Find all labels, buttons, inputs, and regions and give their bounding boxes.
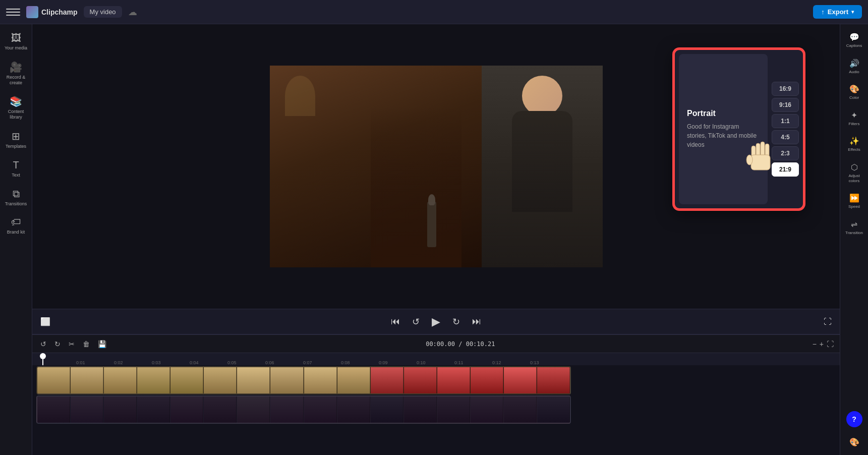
timeline-tracks	[32, 365, 840, 455]
expand-button[interactable]: ⛶	[827, 340, 834, 348]
right-panel-item-captions[interactable]: 💬 Captions	[842, 28, 866, 52]
sidebar-item-your-media[interactable]: 🖼 Your media	[2, 28, 30, 55]
speed-icon: ⏩	[849, 193, 859, 203]
aspect-9-16-button[interactable]: 9:16	[772, 98, 799, 112]
ruler-mark-3: 0:03	[152, 360, 161, 365]
main-video-clip	[270, 66, 482, 267]
adjust-colors-icon: ⬡	[851, 162, 858, 172]
export-button[interactable]: ↑ Export ▾	[813, 5, 862, 19]
right-panel-item-speed[interactable]: ⏩ Speed	[842, 189, 866, 213]
aspect-4-5-button[interactable]: 4:5	[772, 130, 799, 144]
timeline-time: 00:00.00 / 00:10.21	[112, 340, 808, 348]
logo-icon	[26, 6, 38, 18]
app-logo: Clipchamp	[26, 6, 78, 18]
fullscreen-button[interactable]: ⛶	[824, 317, 832, 326]
app-name: Clipchamp	[41, 8, 78, 16]
ruler-mark-7: 0:07	[303, 360, 312, 365]
aspect-tooltip: Portrait Good for Instagram stories, Tik…	[679, 54, 768, 204]
right-panel-item-color[interactable]: 🎨 Color	[842, 80, 866, 104]
save-button[interactable]: 💾	[96, 339, 108, 349]
ruler-mark-4: 0:04	[190, 360, 199, 365]
timeline-ruler: 0:01 0:02 0:03 0:04 0:05 0:06 0:07 0:08 …	[32, 353, 840, 365]
color-icon: 🎨	[849, 84, 859, 94]
current-time: 00:00.00	[426, 340, 455, 348]
sidebar-item-transitions[interactable]: ⧉ Transitions	[2, 184, 30, 211]
sidebar-item-record-create[interactable]: 🎥 Record &create	[2, 57, 30, 90]
color-label: Color	[849, 95, 859, 100]
export-chevron-icon: ▾	[851, 9, 854, 15]
ruler-mark-9: 0:09	[379, 360, 388, 365]
ruler-marks: 0:01 0:02 0:03 0:04 0:05 0:06 0:07 0:08 …	[38, 353, 834, 365]
rewind-button[interactable]: ↺	[410, 314, 422, 329]
zoom-out-button[interactable]: −	[813, 340, 817, 348]
transitions-label: Transitions	[5, 201, 27, 207]
effects-label: Effects	[848, 147, 860, 152]
redo-button[interactable]: ↻	[52, 339, 63, 349]
center-area: Portrait Good for Instagram stories, Tik…	[32, 24, 840, 455]
video-track-2	[36, 395, 840, 424]
preview-canvas[interactable]	[270, 66, 603, 267]
pip-video-clip	[482, 66, 603, 267]
playhead-dot	[40, 353, 46, 359]
aspect-16-9-button[interactable]: 16:9	[772, 82, 799, 96]
right-panel-item-adjust-colors[interactable]: ⬡ Adjustcolors	[842, 158, 866, 187]
skip-forward-button[interactable]: ⏭	[470, 314, 483, 329]
video-clip-1[interactable]	[36, 366, 571, 394]
record-label: Record &create	[7, 75, 26, 86]
sidebar-item-templates[interactable]: ⊞ Templates	[2, 126, 30, 153]
delete-button[interactable]: 🗑	[81, 339, 92, 349]
ruler-mark-11: 0:11	[454, 360, 464, 365]
hamburger-menu[interactable]	[6, 5, 20, 19]
aspect-options: 16:9 9:16 1:1 4:5 2:3 21:9	[772, 54, 799, 204]
transition-label: Transition	[845, 231, 863, 236]
audio-icon: 🔊	[849, 59, 859, 68]
sidebar-item-text[interactable]: T Text	[2, 155, 30, 182]
record-icon: 🎥	[10, 61, 22, 73]
effects-icon: ✨	[849, 136, 859, 146]
help-section: ?	[846, 411, 862, 431]
help-button[interactable]: ?	[846, 411, 862, 427]
sidebar-item-content-library[interactable]: 📚 Contentlibrary	[2, 91, 30, 124]
cut-button[interactable]: ✂	[67, 339, 77, 349]
timeline-toolbar: ↺ ↻ ✂ 🗑 💾 00:00.00 / 00:10.21 − + ⛶	[32, 335, 840, 353]
your-media-icon: 🖼	[11, 32, 21, 44]
main-layout: 🖼 Your media 🎥 Record &create 📚 Contentl…	[0, 24, 868, 455]
templates-icon: ⊞	[12, 130, 20, 142]
ruler-mark-10: 0:10	[417, 360, 426, 365]
right-panel-item-color2[interactable]: 🎨	[842, 433, 866, 451]
skip-back-button[interactable]: ⏮	[389, 314, 402, 329]
aspect-1-1-button[interactable]: 1:1	[772, 114, 799, 128]
speed-label: Speed	[848, 204, 860, 209]
aspect-2-3-button[interactable]: 2:3	[772, 146, 799, 160]
templates-label: Templates	[6, 144, 26, 149]
brand-label: Brand kit	[7, 230, 25, 235]
forward-button[interactable]: ↻	[450, 314, 462, 329]
right-panel-item-effects[interactable]: ✨ Effects	[842, 132, 866, 156]
right-panel-item-transition[interactable]: ⇌ Transition	[842, 215, 866, 240]
right-panel-item-filters[interactable]: ✦ Filters	[842, 106, 866, 131]
video-clip-2[interactable]	[36, 395, 571, 424]
filters-label: Filters	[849, 122, 860, 127]
aspect-tooltip-desc: Good for Instagram stories, TikTok and m…	[687, 122, 760, 149]
aspect-tooltip-title: Portrait	[687, 109, 760, 118]
zoom-in-button[interactable]: +	[820, 340, 824, 348]
play-button[interactable]: ▶	[430, 313, 442, 330]
subtitle-button[interactable]: ⬜	[40, 317, 50, 326]
undo-button[interactable]: ↺	[38, 339, 48, 349]
video-title[interactable]: My video	[84, 6, 122, 18]
content-library-label: Contentlibrary	[8, 109, 24, 120]
right-panel: 💬 Captions 🔊 Audio 🎨 Color ✦ Filters ✨ E…	[840, 24, 868, 455]
text-label: Text	[12, 173, 20, 178]
ruler-mark-1: 0:01	[76, 360, 85, 365]
sidebar-item-brand[interactable]: 🏷 Brand kit	[2, 212, 30, 239]
ruler-mark-5: 0:05	[227, 360, 237, 365]
export-icon: ↑	[821, 8, 825, 16]
sidebar: 🖼 Your media 🎥 Record &create 📚 Contentl…	[0, 24, 32, 455]
color2-icon: 🎨	[849, 437, 859, 447]
right-panel-item-audio[interactable]: 🔊 Audio	[842, 54, 866, 79]
aspect-21-9-button[interactable]: 21:9	[772, 162, 799, 177]
timeline-playhead[interactable]	[42, 353, 43, 365]
export-label: Export	[828, 8, 848, 16]
brand-icon: 🏷	[11, 216, 21, 228]
ruler-mark-8: 0:08	[341, 360, 350, 365]
